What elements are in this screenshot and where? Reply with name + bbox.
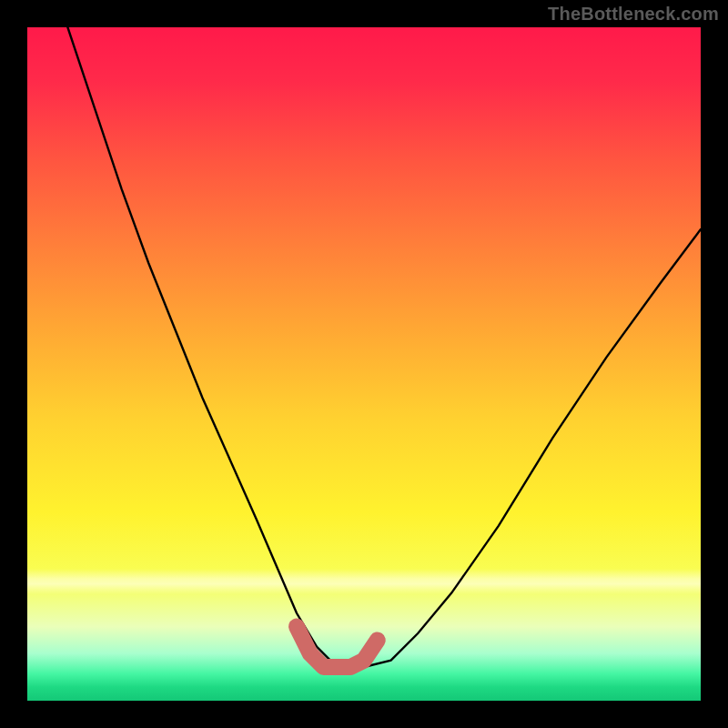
watermark-text: TheBottleneck.com <box>548 4 719 25</box>
curve-layer <box>27 27 701 701</box>
chart-stage: TheBottleneck.com <box>0 0 728 728</box>
marker-segment <box>297 627 378 667</box>
plot-area <box>27 27 701 701</box>
bottleneck-curve <box>67 27 701 667</box>
